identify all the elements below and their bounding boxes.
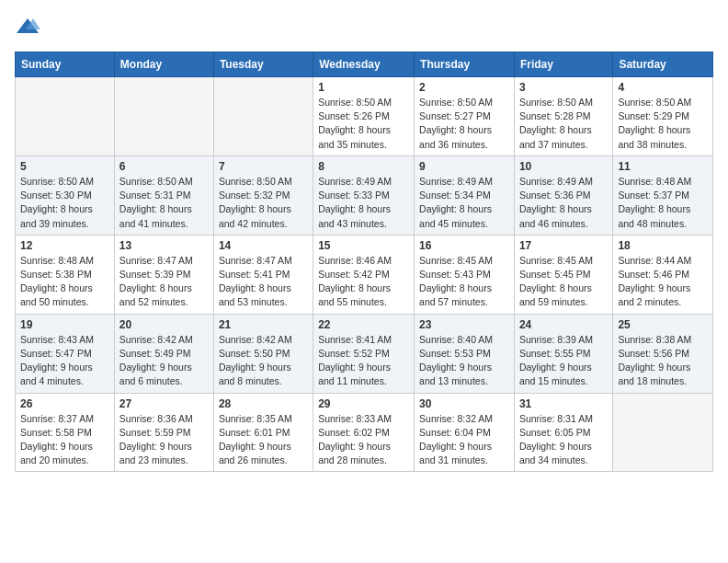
day-number: 3 [519,81,608,94]
calendar-cell [213,77,313,156]
calendar-cell: 15Sunrise: 8:46 AMSunset: 5:42 PMDayligh… [313,235,415,314]
calendar-cell: 16Sunrise: 8:45 AMSunset: 5:43 PMDayligh… [415,235,515,314]
calendar-cell: 30Sunrise: 8:32 AMSunset: 6:04 PMDayligh… [415,393,515,472]
week-row-2: 5Sunrise: 8:50 AMSunset: 5:30 PMDaylight… [16,155,713,235]
calendar-cell: 3Sunrise: 8:50 AMSunset: 5:28 PMDaylight… [514,77,612,156]
cell-content: Sunrise: 8:41 AMSunset: 5:52 PMDaylight:… [318,333,409,389]
cell-content: Sunrise: 8:35 AMSunset: 6:01 PMDaylight:… [219,412,308,468]
calendar-cell: 13Sunrise: 8:47 AMSunset: 5:39 PMDayligh… [114,235,213,314]
calendar-cell: 11Sunrise: 8:48 AMSunset: 5:37 PMDayligh… [613,155,713,235]
day-number: 27 [119,397,209,410]
calendar-cell: 5Sunrise: 8:50 AMSunset: 5:30 PMDaylight… [16,155,115,235]
day-number: 15 [318,239,409,252]
day-number: 1 [318,81,409,94]
cell-content: Sunrise: 8:50 AMSunset: 5:27 PMDaylight:… [419,96,509,152]
cell-content: Sunrise: 8:46 AMSunset: 5:42 PMDaylight:… [318,254,409,310]
calendar-cell: 2Sunrise: 8:50 AMSunset: 5:27 PMDaylight… [415,77,515,156]
calendar-cell: 21Sunrise: 8:42 AMSunset: 5:50 PMDayligh… [213,314,313,393]
cell-content: Sunrise: 8:47 AMSunset: 5:41 PMDaylight:… [219,254,308,310]
calendar-cell: 25Sunrise: 8:38 AMSunset: 5:56 PMDayligh… [613,314,713,393]
cell-content: Sunrise: 8:42 AMSunset: 5:49 PMDaylight:… [119,333,209,389]
day-header-friday: Friday [514,52,612,77]
calendar-cell: 9Sunrise: 8:49 AMSunset: 5:34 PMDaylight… [415,155,515,235]
calendar-table: SundayMondayTuesdayWednesdayThursdayFrid… [15,52,713,472]
calendar-cell [114,77,213,156]
day-number: 17 [519,239,608,252]
day-header-tuesday: Tuesday [213,52,313,77]
day-number: 14 [219,239,308,252]
logo [15,15,42,40]
cell-content: Sunrise: 8:45 AMSunset: 5:43 PMDaylight:… [419,254,509,310]
calendar-cell: 8Sunrise: 8:49 AMSunset: 5:33 PMDaylight… [313,155,415,235]
calendar-cell: 31Sunrise: 8:31 AMSunset: 6:05 PMDayligh… [514,393,612,472]
calendar-header-row: SundayMondayTuesdayWednesdayThursdayFrid… [16,52,713,77]
calendar-cell: 1Sunrise: 8:50 AMSunset: 5:26 PMDaylight… [313,77,415,156]
day-number: 30 [419,397,509,410]
logo-icon [15,15,40,40]
week-row-4: 19Sunrise: 8:43 AMSunset: 5:47 PMDayligh… [16,314,713,393]
day-number: 26 [20,397,109,410]
day-number: 21 [219,318,308,331]
cell-content: Sunrise: 8:38 AMSunset: 5:56 PMDaylight:… [618,333,708,389]
day-number: 8 [318,160,409,173]
cell-content: Sunrise: 8:33 AMSunset: 6:02 PMDaylight:… [318,412,409,468]
day-number: 25 [618,318,708,331]
calendar-cell: 22Sunrise: 8:41 AMSunset: 5:52 PMDayligh… [313,314,415,393]
day-number: 29 [318,397,409,410]
day-header-thursday: Thursday [415,52,515,77]
day-number: 19 [20,318,109,331]
calendar-cell: 14Sunrise: 8:47 AMSunset: 5:41 PMDayligh… [213,235,313,314]
day-number: 16 [419,239,509,252]
day-number: 20 [119,318,209,331]
cell-content: Sunrise: 8:50 AMSunset: 5:29 PMDaylight:… [618,96,708,152]
day-header-saturday: Saturday [613,52,713,77]
day-number: 7 [219,160,308,173]
day-number: 6 [119,160,209,173]
calendar-cell: 23Sunrise: 8:40 AMSunset: 5:53 PMDayligh… [415,314,515,393]
day-number: 24 [519,318,608,331]
calendar-cell: 26Sunrise: 8:37 AMSunset: 5:58 PMDayligh… [16,393,115,472]
calendar-cell: 27Sunrise: 8:36 AMSunset: 5:59 PMDayligh… [114,393,213,472]
calendar-cell: 10Sunrise: 8:49 AMSunset: 5:36 PMDayligh… [514,155,612,235]
day-header-monday: Monday [114,52,213,77]
day-header-sunday: Sunday [16,52,115,77]
day-number: 12 [20,239,109,252]
calendar-cell: 24Sunrise: 8:39 AMSunset: 5:55 PMDayligh… [514,314,612,393]
cell-content: Sunrise: 8:50 AMSunset: 5:31 PMDaylight:… [119,175,209,231]
cell-content: Sunrise: 8:42 AMSunset: 5:50 PMDaylight:… [219,333,308,389]
day-number: 31 [519,397,608,410]
cell-content: Sunrise: 8:40 AMSunset: 5:53 PMDaylight:… [419,333,509,389]
cell-content: Sunrise: 8:31 AMSunset: 6:05 PMDaylight:… [519,412,608,468]
calendar-cell: 12Sunrise: 8:48 AMSunset: 5:38 PMDayligh… [16,235,115,314]
cell-content: Sunrise: 8:39 AMSunset: 5:55 PMDaylight:… [519,333,608,389]
week-row-3: 12Sunrise: 8:48 AMSunset: 5:38 PMDayligh… [16,235,713,314]
day-number: 11 [618,160,708,173]
calendar-cell: 18Sunrise: 8:44 AMSunset: 5:46 PMDayligh… [613,235,713,314]
cell-content: Sunrise: 8:48 AMSunset: 5:38 PMDaylight:… [20,254,109,310]
cell-content: Sunrise: 8:50 AMSunset: 5:30 PMDaylight:… [20,175,109,231]
cell-content: Sunrise: 8:37 AMSunset: 5:58 PMDaylight:… [20,412,109,468]
cell-content: Sunrise: 8:47 AMSunset: 5:39 PMDaylight:… [119,254,209,310]
cell-content: Sunrise: 8:44 AMSunset: 5:46 PMDaylight:… [618,254,708,310]
calendar-cell [16,77,115,156]
week-row-1: 1Sunrise: 8:50 AMSunset: 5:26 PMDaylight… [16,77,713,156]
calendar-cell: 7Sunrise: 8:50 AMSunset: 5:32 PMDaylight… [213,155,313,235]
cell-content: Sunrise: 8:32 AMSunset: 6:04 PMDaylight:… [419,412,509,468]
cell-content: Sunrise: 8:49 AMSunset: 5:34 PMDaylight:… [419,175,509,231]
calendar-cell: 28Sunrise: 8:35 AMSunset: 6:01 PMDayligh… [213,393,313,472]
cell-content: Sunrise: 8:50 AMSunset: 5:32 PMDaylight:… [219,175,308,231]
week-row-5: 26Sunrise: 8:37 AMSunset: 5:58 PMDayligh… [16,393,713,472]
day-header-wednesday: Wednesday [313,52,415,77]
day-number: 28 [219,397,308,410]
day-number: 5 [20,160,109,173]
calendar-cell: 6Sunrise: 8:50 AMSunset: 5:31 PMDaylight… [114,155,213,235]
cell-content: Sunrise: 8:48 AMSunset: 5:37 PMDaylight:… [618,175,708,231]
day-number: 10 [519,160,608,173]
calendar-cell: 17Sunrise: 8:45 AMSunset: 5:45 PMDayligh… [514,235,612,314]
day-number: 4 [618,81,708,94]
day-number: 18 [618,239,708,252]
cell-content: Sunrise: 8:50 AMSunset: 5:26 PMDaylight:… [318,96,409,152]
day-number: 23 [419,318,509,331]
page-header [15,15,713,40]
calendar-cell: 19Sunrise: 8:43 AMSunset: 5:47 PMDayligh… [16,314,115,393]
